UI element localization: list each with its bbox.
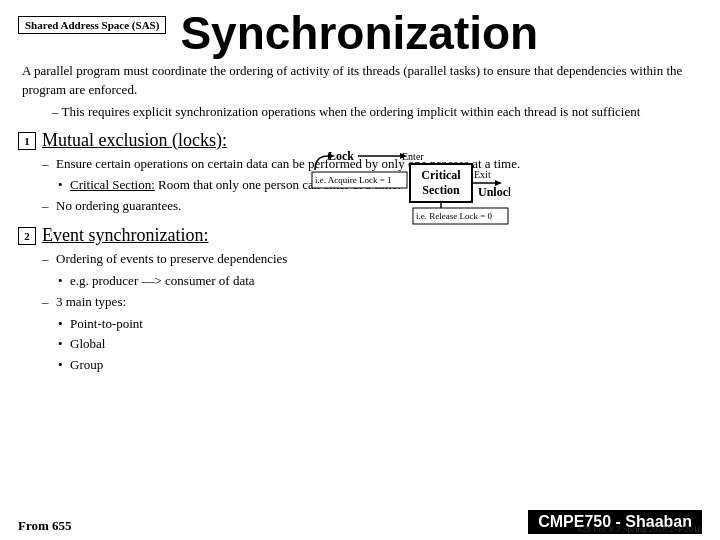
lock-svg: Lock Enter i.e. Acquire Lock = 1 Critica…: [310, 148, 510, 248]
dash-prefix: –: [52, 104, 62, 119]
svg-text:i.e. Acquire Lock = 1: i.e. Acquire Lock = 1: [315, 175, 392, 185]
section-2-body: Ordering of events to preserve dependenc…: [42, 250, 702, 375]
footer: From 655 CMPE750 - Shaaban #28 Lec # 3 S…: [18, 510, 702, 534]
svg-text:Unlock: Unlock: [478, 185, 510, 199]
sec2-bullet3: Global: [42, 335, 702, 354]
no-ordering-text: No ordering guarantees.: [56, 198, 181, 213]
sec2-bullet1: e.g. producer —> consumer of data: [42, 272, 702, 291]
sec2-bullet2: Point-to-point: [42, 315, 702, 334]
main-title: Synchronization: [180, 10, 538, 56]
intro-paragraph: A parallel program must coordinate the o…: [18, 62, 702, 122]
svg-text:Exit: Exit: [474, 169, 491, 180]
section-1-num: 1: [18, 132, 36, 150]
intro-text: A parallel program must coordinate the o…: [22, 63, 682, 97]
sec2-dash1: Ordering of events to preserve dependenc…: [42, 250, 702, 269]
footer-right: CMPE750 - Shaaban #28 Lec # 3 Spring 201…: [528, 510, 702, 534]
svg-text:Critical: Critical: [421, 168, 461, 182]
sec2-dash2: 3 main types:: [42, 293, 702, 312]
lec-info: #28 Lec # 3 Spring 2016 2-4-2016: [578, 524, 702, 534]
section-2-num: 2: [18, 227, 36, 245]
slide-page: Shared Address Space (SAS) Synchronizati…: [0, 0, 720, 540]
from-label: From 655: [18, 518, 72, 534]
critical-section-underline: Critical Section:: [70, 177, 155, 192]
lock-diagram-container: Lock Enter i.e. Acquire Lock = 1 Critica…: [310, 148, 700, 252]
header: Shared Address Space (SAS) Synchronizati…: [18, 10, 702, 56]
intro-sub: – This requires explicit synchronization…: [22, 103, 702, 122]
svg-text:Section: Section: [422, 183, 460, 197]
sec2-bullet4: Group: [42, 356, 702, 375]
sas-badge: Shared Address Space (SAS): [18, 16, 166, 34]
svg-text:i.e. Release Lock = 0: i.e. Release Lock = 0: [416, 211, 493, 221]
intro-sub-text: This requires explicit synchronization o…: [62, 104, 641, 119]
